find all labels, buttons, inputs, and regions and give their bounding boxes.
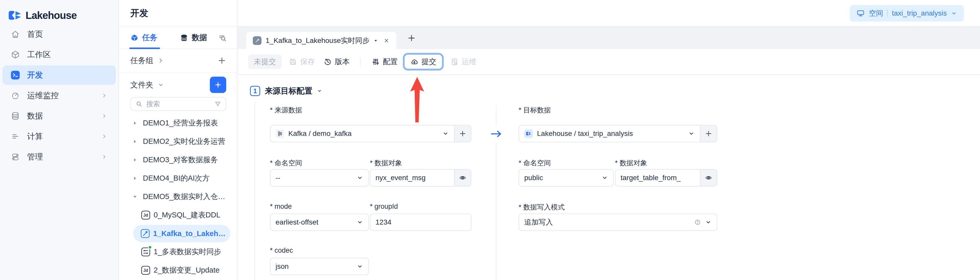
preview-eye-button[interactable] xyxy=(700,169,717,186)
tab-data[interactable]: 数据 xyxy=(180,27,207,49)
target-object-group: target_table_from_ xyxy=(615,169,717,186)
chevron-down-icon xyxy=(317,88,322,94)
tree-folder-demo1[interactable]: DEMO1_经营业务报表 xyxy=(119,114,237,132)
tree-folder-demo3[interactable]: DEMO3_对客数据服务 xyxy=(119,151,237,169)
app-sidebar: Lakehouse 首页 工作区 xyxy=(0,0,119,280)
source-codec-select[interactable]: json xyxy=(270,258,369,275)
screen-icon xyxy=(856,9,865,18)
chevron-right-icon xyxy=(158,57,164,64)
chevron-down-icon xyxy=(442,130,449,137)
chevron-right-icon xyxy=(102,113,107,119)
section-header[interactable]: 1 来源目标配置 xyxy=(250,86,322,96)
submit-button[interactable]: 提交 xyxy=(410,57,436,67)
search-input[interactable]: 搜索 xyxy=(130,97,226,111)
source-data-select[interactable]: Kafka / demo_kafka xyxy=(270,125,454,142)
add-task-group-icon[interactable] xyxy=(218,56,226,65)
status-badge: 未提交 xyxy=(248,55,282,69)
save-icon xyxy=(289,58,297,66)
target-object-input[interactable]: target_table_from_ xyxy=(615,169,700,186)
source-namespace-select[interactable]: -- xyxy=(270,169,369,186)
folder-label: 文件夹 xyxy=(130,80,153,90)
sidebar-item-manage[interactable]: 管理 xyxy=(3,147,116,167)
new-tab-icon[interactable] xyxy=(407,34,416,42)
add-source-datasource-button[interactable] xyxy=(454,125,471,142)
tab-label: 数据 xyxy=(192,32,207,43)
green-status-dot xyxy=(148,245,152,249)
submit-highlight-ring: 提交 xyxy=(403,53,444,70)
ops-button[interactable]: 运维 xyxy=(450,57,476,67)
caret-down-icon[interactable] xyxy=(374,38,378,43)
source-object-input[interactable]: nyx_event_msg xyxy=(370,169,454,186)
compute-icon xyxy=(11,132,20,141)
section-number-badge: 1 xyxy=(250,86,260,96)
tree-file-data-update[interactable]: Jd 2_数据变更_Update xyxy=(119,261,237,280)
pill-divider xyxy=(887,10,888,17)
develop-terminal-icon xyxy=(11,70,20,80)
caret-collapsed-icon xyxy=(132,175,138,181)
target-namespace-label: * 命名空间 xyxy=(519,158,551,168)
history-clock-icon xyxy=(324,58,332,66)
sidebar-item-develop[interactable]: 开发 xyxy=(3,65,116,85)
config-button[interactable]: 配置 xyxy=(372,57,398,67)
caret-collapsed-icon xyxy=(132,157,138,163)
source-object-label: * 数据对象 xyxy=(370,158,402,168)
page-title: 开发 xyxy=(119,0,237,27)
chevron-down-icon xyxy=(356,175,363,181)
sidebar-item-compute[interactable]: 计算 xyxy=(3,127,116,146)
editor-tab-active[interactable]: 1_Kafka_to_Lakehouse实时同步 xyxy=(246,32,396,49)
tab-tasks[interactable]: 任务 xyxy=(130,27,158,49)
search-list-icon[interactable] xyxy=(218,33,227,42)
toolbar-divider xyxy=(360,57,360,67)
sidebar-item-label: 管理 xyxy=(27,151,43,162)
data-db-icon xyxy=(180,34,188,42)
preview-eye-button[interactable] xyxy=(454,169,471,186)
chevron-right-icon xyxy=(102,93,107,99)
lakehouse-logo-icon xyxy=(8,10,22,21)
sidebar-nav: 首页 工作区 开发 运维 xyxy=(0,24,118,167)
chevron-right-icon xyxy=(102,154,107,160)
source-groupid-input[interactable]: 1234 xyxy=(370,213,471,231)
target-namespace-select[interactable]: public xyxy=(519,169,614,186)
version-button[interactable]: 版本 xyxy=(324,57,350,67)
source-codec-label: * codec xyxy=(270,247,293,255)
doc-wrench-icon xyxy=(450,58,458,66)
sidebar-item-data[interactable]: 数据 xyxy=(3,106,116,126)
filter-funnel-icon[interactable] xyxy=(215,101,221,107)
folder-row[interactable]: 文件夹 xyxy=(119,73,237,97)
source-to-target-arrow-icon xyxy=(489,126,504,142)
form-content: 1 来源目标配置 * 来源数据 Kafka / demo_kafka xyxy=(237,75,980,280)
source-mode-select[interactable]: earliest-offset xyxy=(270,213,369,231)
chevron-down-icon xyxy=(951,10,957,16)
tree-file-multi-table-sync[interactable]: 1_多表数据实时同步 xyxy=(119,243,237,261)
target-write-mode-select[interactable]: 追加写入 xyxy=(519,213,717,231)
close-tab-icon[interactable] xyxy=(383,37,390,44)
sidebar-item-workspace[interactable]: 工作区 xyxy=(3,45,116,64)
task-group-row[interactable]: 任务组 xyxy=(119,49,237,73)
tree-file-mysql-ddl[interactable]: Jd 0_MySQL_建表DDL xyxy=(119,206,237,224)
cloud-upload-icon xyxy=(410,58,418,66)
workspace-label: 空间 xyxy=(869,8,883,18)
chevron-down-icon xyxy=(601,175,608,181)
section-guide-line xyxy=(255,102,255,280)
save-button[interactable]: 保存 xyxy=(289,57,315,67)
add-target-datasource-button[interactable] xyxy=(700,125,717,142)
sidebar-item-label: 开发 xyxy=(27,70,43,81)
sidebar-item-ops-monitor[interactable]: 运维监控 xyxy=(3,86,116,105)
target-data-select[interactable]: Lakehouse / taxi_trip_analysis xyxy=(519,125,700,142)
tree-file-kafka-selected[interactable]: 1_Kafka_to_Lakeh… xyxy=(119,224,237,243)
file-tree: DEMO1_经营业务报表 DEMO2_实时化业务运营 DEMO3_对客数据服务 … xyxy=(119,114,237,280)
caret-collapsed-icon xyxy=(132,120,138,126)
tree-folder-demo4[interactable]: DEMO4_BI的AI次方 xyxy=(119,169,237,188)
info-icon xyxy=(694,218,702,226)
workspace-selector[interactable]: 空间 taxi_trip_analysis xyxy=(850,5,964,21)
search-icon xyxy=(135,100,143,108)
svg-text:Jd: Jd xyxy=(143,213,148,217)
develop-panel: 开发 任务 数据 任务组 xyxy=(119,0,237,280)
source-object-group: nyx_event_msg xyxy=(370,169,471,186)
tree-folder-demo5[interactable]: DEMO5_数据实时入仓… xyxy=(119,188,237,206)
sidebar-item-home[interactable]: 首页 xyxy=(3,24,116,44)
add-folder-button[interactable] xyxy=(210,76,226,93)
sidebar-item-label: 运维监控 xyxy=(27,90,59,101)
annotation-red-arrow xyxy=(410,77,424,123)
tree-folder-demo2[interactable]: DEMO2_实时化业务运营 xyxy=(119,132,237,151)
